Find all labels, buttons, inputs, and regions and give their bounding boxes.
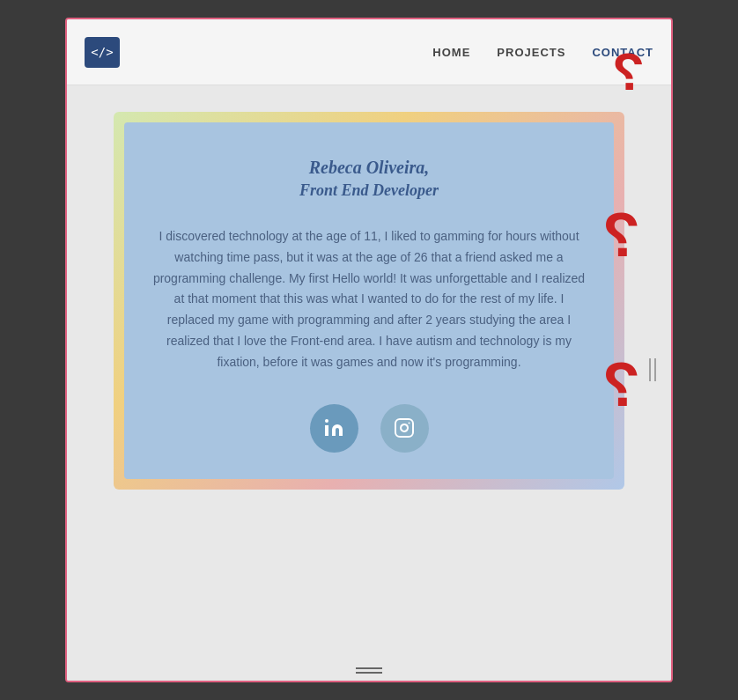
instagram-icon[interactable]	[380, 404, 429, 453]
bottom-bar	[356, 667, 382, 674]
bio-text: I discovered technology at the age of 11…	[151, 226, 587, 373]
profile-card-inner: Rebeca Oliveira, Front End Developer I d…	[124, 122, 614, 479]
browser-window: </> HOME PROJECTS CONTACT Rebeca Oliveir…	[65, 18, 673, 682]
vertical-bar-decoration: ||	[647, 354, 658, 380]
person-title: Front End Developer	[151, 181, 587, 200]
profile-card-outer: Rebeca Oliveira, Front End Developer I d…	[114, 112, 624, 490]
question-mark-lower: ?	[602, 354, 640, 416]
bottom-bar-line-1	[356, 667, 382, 669]
main-content: Rebeca Oliveira, Front End Developer I d…	[67, 85, 671, 681]
nav-home[interactable]: HOME	[432, 46, 470, 59]
question-mark-mid: ?	[602, 204, 640, 266]
social-icons	[151, 404, 587, 453]
svg-point-1	[325, 419, 328, 423]
question-mark-top: ?	[612, 46, 645, 99]
logo-icon[interactable]: </>	[85, 37, 120, 68]
nav-projects[interactable]: PROJECTS	[497, 46, 565, 59]
navbar: </> HOME PROJECTS CONTACT	[67, 19, 671, 85]
linkedin-icon[interactable]	[310, 404, 358, 453]
bottom-bar-line-2	[356, 672, 382, 674]
svg-rect-0	[325, 425, 328, 436]
svg-rect-2	[395, 419, 413, 437]
person-name: Rebeca Oliveira,	[151, 158, 587, 178]
